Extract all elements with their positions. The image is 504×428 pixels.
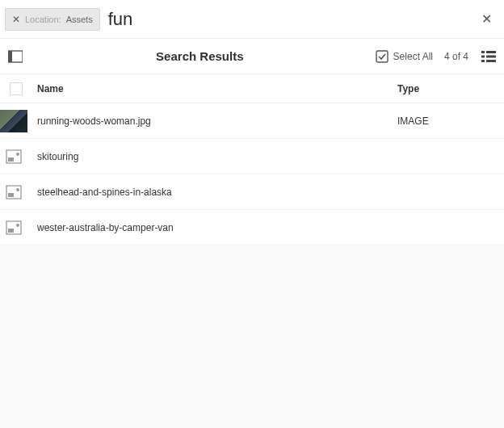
svg-rect-3 [481, 51, 485, 53]
select-all-label: Select All [393, 51, 433, 62]
result-name: steelhead-and-spines-in-alaska [37, 187, 397, 198]
result-row[interactable]: wester-australia-by-camper-van [0, 210, 504, 245]
filter-chip-location[interactable]: ✕ Location: Assets [5, 8, 100, 31]
thumbnail-page-icon [0, 181, 27, 204]
chip-key: Location: [25, 15, 61, 24]
result-name: skitouring [37, 151, 397, 162]
svg-rect-2 [376, 51, 388, 62]
search-bar: ✕ Location: Assets ✕ [0, 0, 504, 39]
svg-point-14 [16, 188, 19, 191]
result-row[interactable]: running-woods-woman.jpg IMAGE [0, 103, 504, 139]
rail-toggle-icon[interactable] [6, 48, 24, 65]
result-row[interactable]: skitouring [0, 139, 504, 174]
header-checkbox[interactable] [10, 82, 23, 95]
view-switcher-icon[interactable] [480, 48, 498, 65]
thumbnail-page-icon [0, 216, 27, 239]
results-toolbar: Search Results Select All 4 of 4 [0, 39, 504, 74]
search-input[interactable] [108, 0, 473, 38]
svg-rect-13 [8, 193, 14, 197]
results-title: Search Results [24, 49, 376, 63]
svg-rect-10 [8, 157, 14, 162]
svg-rect-8 [486, 60, 496, 62]
svg-rect-7 [481, 60, 485, 62]
results-list: running-woods-woman.jpg IMAGE skitouring… [0, 103, 504, 245]
chip-remove-icon[interactable]: ✕ [12, 14, 20, 25]
thumbnail-page-icon [0, 145, 27, 168]
svg-rect-1 [8, 51, 12, 62]
results-header: Name Type [0, 74, 504, 103]
svg-rect-4 [486, 51, 496, 53]
svg-rect-5 [481, 55, 485, 57]
result-count: 4 of 4 [444, 51, 468, 62]
header-name[interactable]: Name [37, 83, 397, 94]
close-icon[interactable]: ✕ [473, 6, 499, 32]
select-all-button[interactable]: Select All [376, 50, 433, 63]
select-all-icon [376, 50, 388, 63]
result-name: running-woods-woman.jpg [37, 115, 397, 127]
chip-value: Assets [66, 15, 93, 24]
svg-point-17 [16, 224, 19, 227]
thumbnail-image-icon [0, 110, 27, 132]
result-type: IMAGE [397, 115, 494, 127]
result-name: wester-australia-by-camper-van [37, 222, 397, 233]
svg-rect-16 [8, 229, 14, 233]
svg-rect-6 [486, 55, 496, 57]
header-type[interactable]: Type [397, 83, 494, 94]
svg-point-11 [16, 153, 19, 156]
result-row[interactable]: steelhead-and-spines-in-alaska [0, 174, 504, 210]
